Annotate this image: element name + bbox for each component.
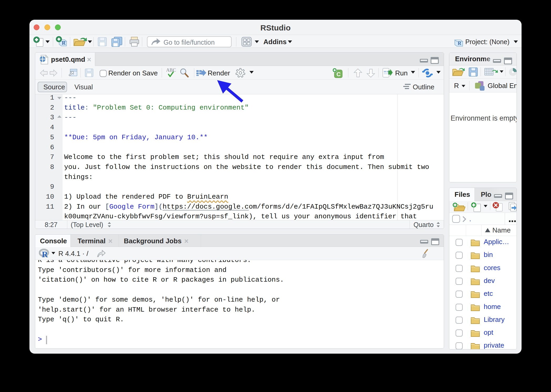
svg-text:R: R — [42, 250, 48, 259]
svg-text:C: C — [336, 71, 341, 78]
svg-text:R: R — [458, 40, 461, 46]
svg-text:ABC: ABC — [166, 68, 176, 73]
svg-text:R: R — [62, 40, 66, 46]
